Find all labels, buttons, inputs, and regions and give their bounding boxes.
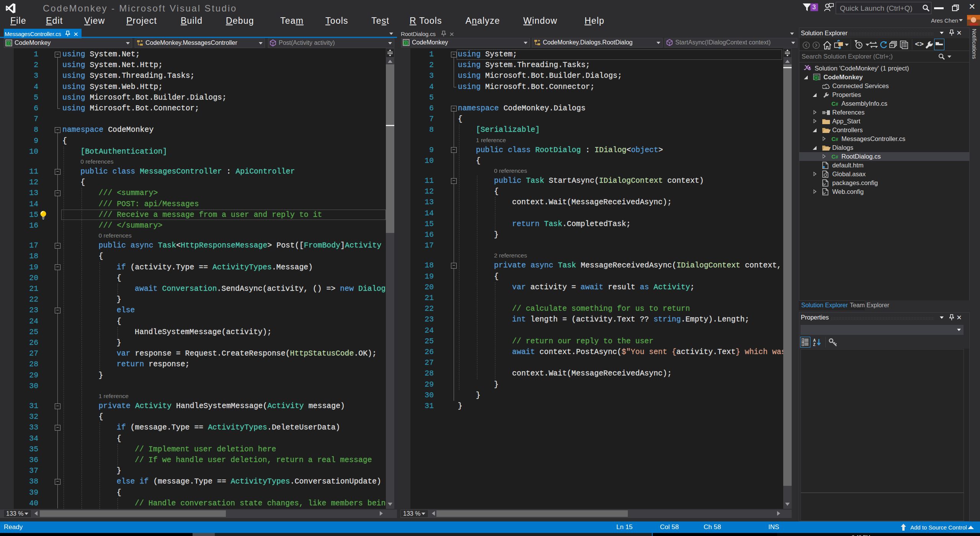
svg-text:Z: Z [813,343,815,346]
svg-text:A: A [813,338,816,343]
